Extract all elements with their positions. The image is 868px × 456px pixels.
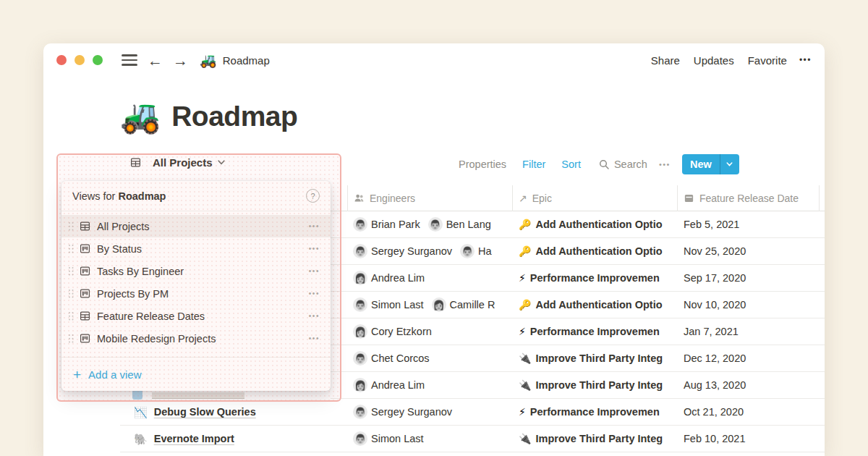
name-column-rows: 📉Debug Slow Queries🐘Evernote Import (120, 399, 347, 452)
engineer-name: Sergey Surganov (371, 406, 452, 418)
chevron-down-icon (726, 162, 733, 166)
engineers-cell: 👨Sergey Surganov👨Ha (347, 238, 512, 264)
toolbar-more-icon[interactable]: ••• (659, 160, 671, 169)
view-item-menu-icon[interactable]: ••• (309, 245, 320, 253)
page-emoji-icon: 📉 (134, 407, 148, 418)
drag-handle-icon[interactable] (68, 311, 75, 321)
drag-handle-icon[interactable] (68, 289, 75, 298)
table-row[interactable]: 📉Debug Slow Queries (120, 399, 347, 426)
view-item-menu-icon[interactable]: ••• (309, 334, 320, 342)
table-row[interactable]: 👨Sergey Surganov👨Ha🔑Add Authentication O… (347, 238, 825, 265)
view-item[interactable]: All Projects••• (61, 215, 331, 237)
column-header-label: Epic (532, 193, 552, 204)
drag-handle-icon[interactable] (68, 266, 75, 276)
drag-handle-icon[interactable] (68, 221, 75, 231)
table-row[interactable]: 👨Simon Last🔌Improve Third Party IntegFeb… (347, 426, 825, 452)
column-header-label: Feature Release Date (699, 193, 799, 204)
filter-button[interactable]: Filter (522, 159, 545, 170)
view-item-label: Mobile Redesign Projects (97, 333, 309, 345)
back-icon[interactable]: ← (148, 53, 163, 68)
close-button[interactable] (56, 55, 67, 65)
favorite-button[interactable]: Favorite (748, 54, 787, 67)
view-item-menu-icon[interactable]: ••• (309, 312, 320, 320)
new-dropdown-button[interactable] (720, 154, 739, 174)
view-item[interactable]: Tasks By Engineer••• (61, 260, 331, 282)
page-link[interactable]: Evernote Import (154, 433, 234, 444)
avatar: 👨 (353, 405, 367, 419)
arrow-up-right-icon: ↗ (519, 193, 527, 204)
board-view-icon (80, 266, 90, 276)
epic-link[interactable]: ⚡Performance Improvemen (519, 272, 660, 284)
epic-link[interactable]: 🔑Add Authentication Optio (519, 245, 663, 257)
search-button[interactable]: Search (598, 159, 647, 170)
engineer-name: Simon Last (371, 299, 424, 311)
forward-icon[interactable]: → (173, 53, 188, 68)
engineer-name: Ha (478, 245, 492, 257)
drag-handle-icon[interactable] (68, 244, 75, 253)
date-cell: Jan 7, 2021 (677, 318, 825, 345)
more-icon[interactable]: ••• (799, 55, 812, 65)
minimize-button[interactable] (75, 55, 85, 65)
epic-label: Add Authentication Optio (535, 299, 662, 311)
epic-label: Add Authentication Optio (535, 219, 662, 230)
epic-icon: ⚡ (519, 326, 526, 337)
view-item-menu-icon[interactable]: ••• (309, 290, 320, 297)
epic-label: Add Authentication Optio (535, 245, 662, 257)
view-item-menu-icon[interactable]: ••• (309, 267, 320, 275)
view-item-menu-icon[interactable]: ••• (309, 222, 320, 230)
table-row[interactable]: 🐘Evernote Import (120, 426, 347, 452)
avatar: 👨 (353, 351, 367, 366)
updates-button[interactable]: Updates (694, 54, 734, 67)
view-item[interactable]: Mobile Redesign Projects••• (61, 327, 331, 350)
epic-link[interactable]: ⚡Performance Improvemen (519, 326, 660, 337)
zoom-button[interactable] (93, 55, 103, 65)
share-button[interactable]: Share (651, 54, 680, 67)
epic-icon: 🔑 (519, 219, 531, 229)
page-link[interactable]: Debug Slow Queries (154, 406, 256, 418)
epic-label: Improve Third Party Integ (535, 352, 663, 364)
engineer-name: Ben Lang (446, 219, 491, 230)
add-view-button[interactable]: + Add a view (61, 357, 331, 391)
properties-button[interactable]: Properties (459, 159, 506, 170)
column-header-engineers[interactable]: Engineers (347, 185, 512, 211)
epic-link[interactable]: 🔌Improve Third Party Integ (519, 433, 663, 444)
engineers-cell: 👨Simon Last👩Camille R (347, 292, 512, 318)
table-row[interactable]: 👨Brian Park👨Ben Lang🔑Add Authentication … (347, 211, 825, 238)
table-row[interactable]: 👩Andrea Lim🔌Improve Third Party IntegAug… (347, 372, 825, 399)
epic-label: Performance Improvemen (530, 272, 660, 284)
view-item[interactable]: By Status••• (61, 237, 331, 260)
help-icon[interactable]: ? (306, 189, 320, 203)
board-view-icon (80, 243, 90, 254)
table-row[interactable]: 👨Sergey Surganov⚡Performance ImprovemenO… (347, 399, 825, 426)
table-row[interactable]: 👩Andrea Lim⚡Performance ImprovemenSep 17… (347, 265, 825, 292)
epic-link[interactable]: 🔑Add Authentication Optio (519, 299, 663, 311)
add-view-label: Add a view (88, 368, 141, 381)
epic-cell: 🔌Improve Third Party Integ (512, 426, 677, 452)
new-button[interactable]: New (682, 154, 739, 174)
epic-link[interactable]: 🔌Improve Third Party Integ (519, 352, 663, 364)
table-row[interactable]: 👨Chet Corcos🔌Improve Third Party IntegDe… (347, 345, 825, 372)
window-topbar: ← → 🚜 Roadmap Share Updates Favorite ••• (43, 43, 825, 77)
epic-link[interactable]: 🔌Improve Third Party Integ (519, 379, 663, 391)
breadcrumb-title[interactable]: Roadmap (223, 54, 270, 67)
menu-icon[interactable] (122, 54, 137, 65)
date-cell: Nov 10, 2020 (677, 292, 825, 318)
epic-link[interactable]: 🔑Add Authentication Optio (519, 219, 663, 230)
engineer-name: Camille R (450, 299, 495, 311)
column-header-epic[interactable]: ↗ Epic (512, 185, 677, 211)
avatar: 👨 (428, 217, 443, 232)
plus-icon: + (73, 368, 81, 381)
sort-button[interactable]: Sort (561, 159, 581, 170)
column-header-feature-release-date[interactable]: Feature Release Date (677, 185, 825, 211)
date-cell: Dec 12, 2020 (677, 345, 825, 371)
epic-link[interactable]: ⚡Performance Improvemen (519, 406, 660, 418)
table-row[interactable]: 👨Simon Last👩Camille R🔑Add Authentication… (347, 292, 825, 318)
engineers-cell: 👨Chet Corcos (347, 345, 512, 371)
table-row[interactable]: 👩Cory Etzkorn⚡Performance ImprovemenJan … (347, 318, 825, 345)
view-item-label: Tasks By Engineer (97, 266, 309, 277)
view-item[interactable]: Feature Release Dates••• (61, 305, 331, 327)
view-switcher-button[interactable]: All Projects (130, 156, 225, 169)
drag-handle-icon[interactable] (68, 334, 75, 343)
table-view-icon (80, 221, 90, 232)
view-item[interactable]: Projects By PM••• (61, 282, 331, 305)
